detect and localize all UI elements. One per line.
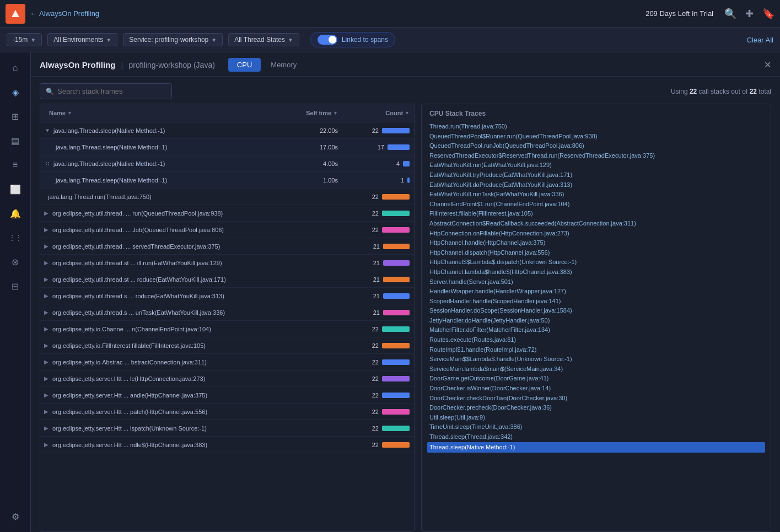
sidebar-item-dashboards[interactable]: ▤	[6, 131, 25, 151]
time-filter[interactable]: -15m ▼	[7, 33, 42, 46]
close-button[interactable]: ✕	[764, 60, 771, 70]
table-row[interactable]: ▶ org.eclipse.jetty.server.Htt ... le(Ht…	[40, 370, 414, 387]
table-row[interactable]: ▶ org.eclipse.jetty.server.Htt ... patch…	[40, 404, 414, 420]
table-row[interactable]: ▼ java.lang.Thread.sleep(Native Method:-…	[40, 122, 414, 139]
count-bar	[403, 161, 410, 166]
table-row[interactable]: java.lang.Thread.sleep(Native Method:-1)…	[40, 139, 414, 155]
thread-label: All Thread States	[234, 36, 285, 44]
count-bar	[382, 343, 410, 348]
sidebar-item-tags[interactable]: ⊛	[6, 252, 25, 272]
expand-icon[interactable]: ▶	[42, 226, 50, 234]
stack-line: JettyHandler.doHandle(JettyHandler.java:…	[429, 316, 763, 326]
stack-line: HttpConnection.onFillable(HttpConnection…	[429, 229, 763, 239]
search-icon[interactable]: 🔍	[724, 8, 736, 20]
table-row[interactable]: ▶ org.eclipse.jetty.util.thread.st ... i…	[40, 255, 414, 271]
drag-handle[interactable]	[46, 162, 49, 165]
expand-icon[interactable]: ▶	[42, 325, 50, 333]
expand-icon[interactable]: ▶	[42, 342, 50, 350]
sidebar-item-home[interactable]: ⌂	[6, 58, 25, 78]
expand-icon[interactable]: ▼	[44, 127, 51, 135]
row-self-time	[293, 393, 342, 397]
row-count: 21	[342, 257, 414, 268]
count-sort-icon[interactable]: ▼	[405, 110, 410, 116]
stack-line: EatWhatYouKill.run(EatWhatYouKill.java:1…	[429, 160, 763, 170]
expand-icon[interactable]: ▶	[42, 243, 50, 250]
table-row[interactable]: ▶ org.eclipse.jetty.io.Abstrac ... bstra…	[40, 354, 414, 370]
table-row[interactable]: ▶ org.eclipse.jetty.server.Htt ... andle…	[40, 387, 414, 404]
table-row[interactable]: java.lang.Thread.sleep(Native Method:-1)…	[40, 155, 414, 172]
row-count: 22	[342, 390, 414, 401]
add-icon[interactable]: ✚	[745, 8, 754, 20]
row-count: 22	[342, 208, 414, 219]
table-row[interactable]: ▶ org.eclipse.jetty.util.thread. ... Job…	[40, 222, 414, 238]
sidebar-item-settings[interactable]: ⚙	[6, 507, 25, 526]
count-bar	[382, 359, 410, 365]
expand-icon[interactable]: ▶	[42, 276, 50, 283]
expand-icon[interactable]: ▶	[42, 391, 50, 399]
stack-line: ChannelEndPoint$1.run(ChannelEndPoint.ja…	[429, 200, 763, 209]
env-filter[interactable]: All Environments ▼	[47, 33, 117, 46]
expand-icon[interactable]: ▶	[42, 441, 50, 449]
thread-chevron-icon: ▼	[288, 37, 293, 43]
sidebar-item-alerts[interactable]: 🔔	[6, 203, 25, 223]
expand-icon[interactable]: ▶	[42, 292, 50, 300]
stack-line: Thread.sleep(Thread.java:342)	[429, 432, 763, 442]
table-row[interactable]: ▶ org.eclipse.jetty.util.thread. ... run…	[40, 205, 414, 222]
expand-icon[interactable]: ▶	[42, 408, 50, 416]
stack-line: Util.sleep(Util.java:9)	[429, 413, 763, 423]
row-name: ▼ java.lang.Thread.sleep(Native Method:-…	[40, 125, 293, 137]
bookmark-icon[interactable]: 🔖	[762, 8, 774, 20]
table-row[interactable]: ▶ org.eclipse.jetty.io.FillInterest.fill…	[40, 337, 414, 354]
row-count: 22	[342, 191, 414, 202]
count-bar	[388, 144, 410, 150]
sidebar-item-logs[interactable]: ≡	[6, 155, 25, 175]
thread-filter[interactable]: All Thread States ▼	[228, 33, 299, 46]
search-input[interactable]	[57, 87, 166, 95]
tab-memory[interactable]: Memory	[262, 58, 305, 72]
left-table: Name ▼ Self time ▼ Count ▼	[40, 104, 415, 532]
sidebar-item-apm[interactable]: ◈	[6, 82, 25, 102]
expand-icon[interactable]: ▶	[42, 259, 50, 267]
table-row[interactable]: ▶ org.eclipse.jetty.util.thread.s ... ro…	[40, 288, 414, 304]
row-self-time	[293, 277, 342, 282]
sidebar: ⌂ ◈ ⊞ ▤ ≡ ⬜ 🔔 ⋮⋮ ⊛ ⊟ ⚙	[0, 52, 31, 532]
name-sort-icon[interactable]: ▼	[67, 110, 72, 116]
stack-line: RouteImpl$1.handle(RouteImpl.java:72)	[429, 345, 763, 355]
row-count: 22	[342, 357, 414, 368]
expand-icon[interactable]: ▶	[42, 309, 50, 316]
expand-icon[interactable]: ▶	[42, 209, 50, 217]
back-label: AlwaysOn Profiling	[39, 9, 99, 18]
table-body: ▼ java.lang.Thread.sleep(Native Method:-…	[40, 122, 414, 531]
table-row[interactable]: java.lang.Thread.sleep(Native Method:-1)…	[40, 172, 414, 189]
expand-icon[interactable]: ▶	[42, 358, 50, 366]
expand-icon[interactable]: ▶	[42, 424, 50, 432]
sidebar-item-infra[interactable]: ⊞	[6, 106, 25, 126]
table-row[interactable]: ▶ org.eclipse.jetty.util.thread.st ... r…	[40, 271, 414, 288]
sidebar-item-synthetics[interactable]: ⬜	[6, 179, 25, 199]
search-icon: 🔍	[46, 88, 54, 95]
sidebar-item-catalog[interactable]: ⋮⋮	[6, 228, 25, 248]
count-bar	[382, 426, 410, 431]
row-self-time: 22.00s	[293, 125, 342, 136]
service-label: Service: profiling-workshop	[129, 36, 208, 44]
table-row[interactable]: java.lang.Thread.run(Thread.java:750) 22	[40, 189, 414, 205]
self-sort-icon[interactable]: ▼	[333, 110, 338, 116]
table-row[interactable]: ▶ org.eclipse.jetty.server.Htt ... ndle$…	[40, 437, 414, 453]
row-count: 22	[342, 406, 414, 417]
count-bar	[382, 376, 410, 381]
table-row[interactable]: ▶ org.eclipse.jetty.util.thread.s ... un…	[40, 304, 414, 321]
linked-spans-toggle[interactable]	[318, 35, 337, 45]
count-bar	[383, 260, 410, 266]
back-button[interactable]: ← AlwaysOn Profiling	[30, 9, 99, 18]
tab-cpu[interactable]: CPU	[228, 58, 261, 72]
stack-line: ScopedHandler.handle(ScopedHandler.java:…	[429, 297, 763, 307]
expand-icon[interactable]: ▶	[42, 375, 50, 383]
service-filter[interactable]: Service: profiling-workshop ▼	[123, 33, 223, 46]
sidebar-item-data[interactable]: ⊟	[6, 276, 25, 296]
table-row[interactable]: ▶ org.eclipse.jetty.server.Htt ... ispat…	[40, 420, 414, 437]
table-row[interactable]: ▶ org.eclipse.jetty.io.Channe ... n(Chan…	[40, 321, 414, 337]
row-self-time	[293, 211, 342, 216]
clear-all-button[interactable]: Clear All	[747, 36, 773, 44]
row-count: 1	[342, 175, 414, 186]
table-row[interactable]: ▶ org.eclipse.jetty.util.thread. ... ser…	[40, 238, 414, 255]
